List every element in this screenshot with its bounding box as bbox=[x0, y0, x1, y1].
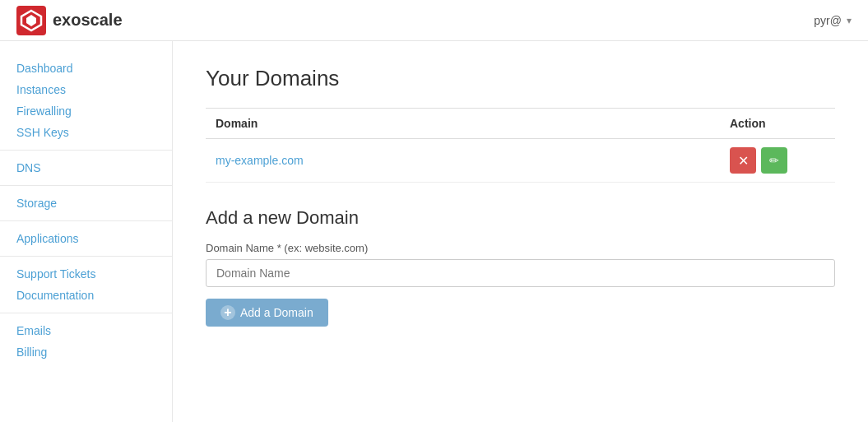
edit-domain-button[interactable]: ✏ bbox=[761, 147, 787, 174]
sidebar-group-account: Emails Billing bbox=[0, 320, 172, 369]
exoscale-logo-icon bbox=[16, 6, 46, 35]
sidebar-item-instances[interactable]: Instances bbox=[0, 79, 172, 100]
sidebar-item-documentation[interactable]: Documentation bbox=[0, 285, 172, 306]
sidebar-item-ssh-keys[interactable]: SSH Keys bbox=[0, 122, 172, 143]
sidebar-group-dns: DNS bbox=[0, 157, 172, 186]
sidebar-item-emails[interactable]: Emails bbox=[0, 320, 172, 341]
table-row: my-example.com ✕ ✏ bbox=[206, 139, 835, 183]
edit-icon: ✏ bbox=[769, 154, 779, 167]
sidebar-item-dashboard[interactable]: Dashboard bbox=[0, 58, 172, 79]
sidebar-group-compute: Dashboard Instances Firewalling SSH Keys bbox=[0, 58, 172, 151]
sidebar: Dashboard Instances Firewalling SSH Keys… bbox=[0, 41, 173, 422]
x-icon: ✕ bbox=[738, 153, 749, 169]
domain-name-input[interactable] bbox=[206, 259, 835, 287]
sidebar-item-firewalling[interactable]: Firewalling bbox=[0, 100, 172, 122]
column-header-domain: Domain bbox=[206, 109, 720, 139]
domain-cell: my-example.com bbox=[206, 139, 720, 183]
sidebar-group-storage: Storage bbox=[0, 192, 172, 221]
domain-name-label: Domain Name * (ex: website.com) bbox=[206, 242, 835, 254]
delete-domain-button[interactable]: ✕ bbox=[730, 147, 756, 174]
main-layout: Dashboard Instances Firewalling SSH Keys… bbox=[0, 41, 868, 422]
sidebar-item-support-tickets[interactable]: Support Tickets bbox=[0, 263, 172, 285]
username-label: pyr@ bbox=[814, 14, 842, 27]
main-content: Your Domains Domain Action my-example.co… bbox=[173, 41, 868, 422]
plus-circle-icon: + bbox=[220, 305, 235, 320]
sidebar-item-storage[interactable]: Storage bbox=[0, 192, 172, 214]
logo-text: exoscale bbox=[53, 11, 123, 30]
add-domain-title: Add a new Domain bbox=[206, 207, 835, 229]
chevron-down-icon: ▾ bbox=[847, 15, 852, 26]
action-cell: ✕ ✏ bbox=[720, 139, 835, 182]
sidebar-item-applications[interactable]: Applications bbox=[0, 228, 172, 249]
sidebar-group-applications: Applications bbox=[0, 228, 172, 257]
column-header-action: Action bbox=[720, 109, 835, 139]
user-menu[interactable]: pyr@ ▾ bbox=[814, 14, 852, 27]
add-domain-button[interactable]: + Add a Domain bbox=[206, 299, 328, 327]
domain-table: Domain Action my-example.com ✕ ✏ bbox=[206, 108, 835, 183]
header: exoscale pyr@ ▾ bbox=[0, 0, 868, 41]
sidebar-group-support: Support Tickets Documentation bbox=[0, 263, 172, 313]
plus-icon: + bbox=[224, 306, 231, 319]
sidebar-item-billing[interactable]: Billing bbox=[0, 341, 172, 363]
page-title: Your Domains bbox=[206, 66, 835, 91]
logo-area: exoscale bbox=[16, 6, 123, 35]
sidebar-item-dns[interactable]: DNS bbox=[0, 157, 172, 179]
add-domain-section: Add a new Domain Domain Name * (ex: webs… bbox=[206, 207, 835, 327]
add-domain-button-label: Add a Domain bbox=[240, 306, 313, 319]
